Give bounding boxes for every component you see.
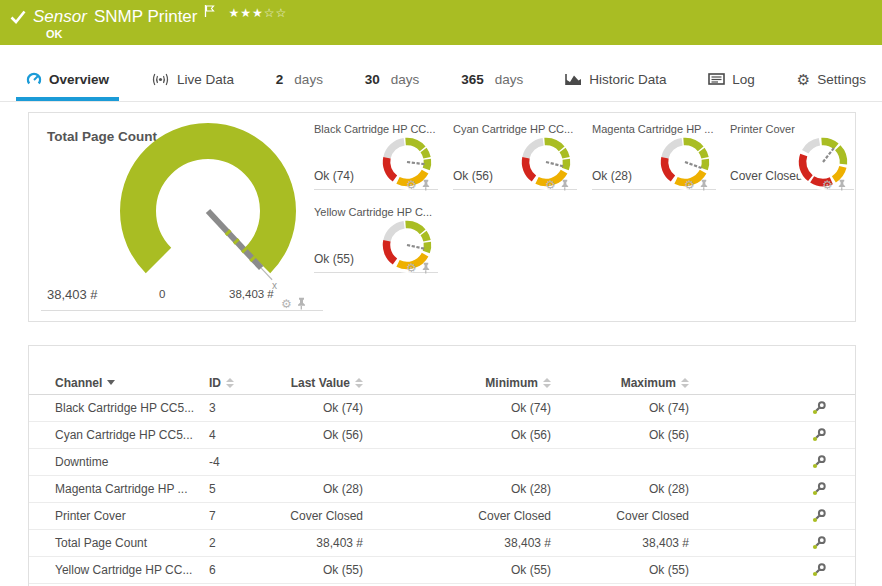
- tab-2-days-unit: days: [294, 72, 323, 87]
- tab-historic-data[interactable]: Historic Data: [555, 61, 676, 101]
- pin-icon[interactable]: [559, 179, 570, 191]
- cell-id: 5: [209, 482, 253, 496]
- gauge-gear-icon[interactable]: ⚙: [406, 179, 417, 191]
- tab-overview[interactable]: Overview: [16, 61, 119, 101]
- cell-channel[interactable]: Downtime: [55, 455, 209, 469]
- pin-icon[interactable]: [698, 179, 709, 191]
- tab-settings[interactable]: ⚙ Settings: [787, 61, 876, 101]
- tab-settings-label: Settings: [817, 72, 866, 87]
- gauge-gear-icon[interactable]: ⚙: [406, 262, 417, 274]
- tab-live-data[interactable]: Live Data: [141, 61, 244, 101]
- gauge-icon: [26, 71, 42, 87]
- cell-id: 7: [209, 509, 253, 523]
- gauge-gear-icon[interactable]: ⚙: [281, 298, 292, 310]
- live-data-icon: [151, 72, 170, 87]
- channels-panel: Channel ID Last Value Minimum Maximum Bl…: [28, 345, 856, 586]
- cell-minimum: Ok (74): [511, 401, 551, 415]
- cell-channel[interactable]: Magenta Cartridge HP ...: [55, 482, 209, 496]
- tab-365-days-unit: days: [495, 72, 524, 87]
- tab-log[interactable]: Log: [698, 61, 765, 101]
- gauge-gear-icon[interactable]: ⚙: [545, 179, 556, 191]
- pin-icon[interactable]: [836, 179, 847, 191]
- cell-id: -4: [209, 455, 253, 469]
- table-row: Black Cartridge HP CC5... 3 Ok (74) Ok (…: [29, 395, 855, 422]
- pin-icon[interactable]: [420, 179, 431, 191]
- cell-maximum: 38,403 #: [642, 536, 689, 550]
- gauge-cell: Cyan Cartridge HP CC... Ok (56) ⚙: [453, 123, 580, 199]
- cell-last-value: Cover Closed: [290, 509, 363, 523]
- priority-flag-icon[interactable]: [204, 5, 215, 17]
- cell-maximum: Ok (56): [649, 428, 689, 442]
- gauge-cell: Black Cartridge HP CC... Ok (74) ⚙: [314, 123, 441, 199]
- cell-id: 4: [209, 428, 253, 442]
- cell-channel[interactable]: Yellow Cartridge HP CC...: [55, 563, 209, 577]
- tab-30-days[interactable]: 30 days: [355, 61, 430, 101]
- sort-icon: [543, 378, 551, 388]
- gauge-value: Ok (55): [314, 252, 354, 266]
- cell-maximum: Ok (74): [649, 401, 689, 415]
- channel-settings-icon[interactable]: [811, 400, 855, 416]
- column-header-maximum[interactable]: Maximum: [621, 376, 689, 390]
- gauge-value: Cover Closed: [730, 169, 803, 183]
- cell-channel[interactable]: Printer Cover: [55, 509, 209, 523]
- tab-live-data-label: Live Data: [177, 72, 234, 87]
- main-gauge: x: [88, 111, 328, 311]
- tab-bar: Overview Live Data 2 days 30 days 365 da…: [0, 61, 882, 102]
- cell-channel[interactable]: Black Cartridge HP CC5...: [55, 401, 209, 415]
- gauge-cell: Printer Cover Cover Closed ⚙: [730, 123, 857, 199]
- channel-settings-icon[interactable]: [811, 535, 855, 551]
- sort-icon: [226, 378, 234, 388]
- cell-maximum: Cover Closed: [616, 509, 689, 523]
- channel-settings-icon[interactable]: [811, 427, 855, 443]
- tab-2-days-number: 2: [276, 72, 284, 87]
- table-row: Yellow Cartridge HP CC... 6 Ok (55) Ok (…: [29, 557, 855, 584]
- gauge-value: Ok (28): [592, 169, 632, 183]
- cell-minimum: Ok (55): [511, 563, 551, 577]
- channel-settings-icon[interactable]: [811, 508, 855, 524]
- pin-icon[interactable]: [295, 297, 307, 310]
- table-row: Magenta Cartridge HP ... 5 Ok (28) Ok (2…: [29, 476, 855, 503]
- tab-30-days-number: 30: [365, 72, 380, 87]
- cell-channel[interactable]: Total Page Count: [55, 536, 209, 550]
- table-row: Downtime -4: [29, 449, 855, 476]
- log-icon: [708, 72, 725, 86]
- ok-check-icon: [10, 10, 26, 24]
- tab-365-days[interactable]: 365 days: [451, 61, 533, 101]
- sort-icon: [355, 378, 363, 388]
- sensor-header: Sensor SNMP Printer ★★★☆☆ OK: [0, 0, 882, 45]
- status-badge: OK: [46, 28, 63, 40]
- gauge-gear-icon[interactable]: ⚙: [822, 179, 833, 191]
- cell-last-value: Ok (28): [323, 482, 363, 496]
- cell-minimum: Ok (28): [511, 482, 551, 496]
- channels-table-body: Black Cartridge HP CC5... 3 Ok (74) Ok (…: [29, 395, 855, 584]
- table-row: Total Page Count 2 38,403 # 38,403 # 38,…: [29, 530, 855, 557]
- sort-icon: [681, 378, 689, 388]
- cell-last-value: Ok (56): [323, 428, 363, 442]
- stars-empty: ☆☆: [264, 6, 288, 20]
- priority-stars[interactable]: ★★★☆☆: [228, 6, 287, 20]
- settings-gear-icon: ⚙: [797, 72, 810, 87]
- column-header-last-value[interactable]: Last Value: [291, 376, 363, 390]
- pin-icon[interactable]: [420, 262, 431, 274]
- main-gauge-value: 38,403 #: [47, 287, 98, 302]
- gauge-gear-icon[interactable]: ⚙: [684, 179, 695, 191]
- column-header-channel[interactable]: Channel: [55, 376, 209, 390]
- sensor-type-label: Sensor: [33, 7, 87, 27]
- table-row: Printer Cover 7 Cover Closed Cover Close…: [29, 503, 855, 530]
- cell-maximum: Ok (55): [649, 563, 689, 577]
- tab-30-days-unit: days: [391, 72, 420, 87]
- cell-last-value: Ok (55): [323, 563, 363, 577]
- cell-channel[interactable]: Cyan Cartridge HP CC5...: [55, 428, 209, 442]
- cell-minimum: Ok (56): [511, 428, 551, 442]
- tab-2-days[interactable]: 2 days: [266, 61, 333, 101]
- column-header-id[interactable]: ID: [209, 376, 253, 390]
- column-header-minimum[interactable]: Minimum: [485, 376, 551, 390]
- channels-table-header: Channel ID Last Value Minimum Maximum: [29, 371, 855, 395]
- channel-settings-icon[interactable]: [811, 481, 855, 497]
- tab-365-days-number: 365: [461, 72, 484, 87]
- table-row: Cyan Cartridge HP CC5... 4 Ok (56) Ok (5…: [29, 422, 855, 449]
- channel-settings-icon[interactable]: [811, 454, 855, 470]
- cell-last-value: Ok (74): [323, 401, 363, 415]
- gauge-value: Ok (56): [453, 169, 493, 183]
- channel-settings-icon[interactable]: [811, 562, 855, 578]
